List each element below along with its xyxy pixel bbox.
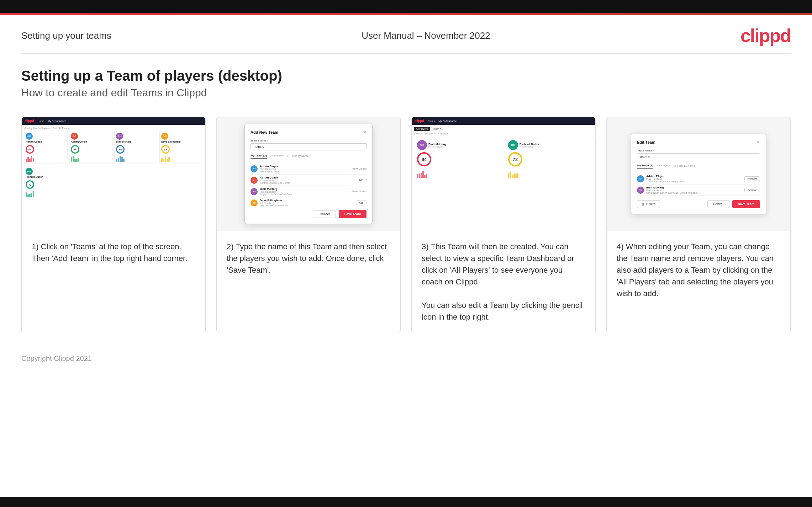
top-bar [0, 0, 812, 13]
mock-player-club-ac: 1.5 HandicapCentral London Golf Centre [260, 179, 290, 184]
mock-edit-player-list: AP Adrian Player Plus HandicapThe Shire … [637, 173, 760, 196]
card-3-screenshot: clippd Teams My Performance All Players … [412, 117, 595, 231]
mock-bar [31, 156, 32, 162]
mock-edit-tab-allplayers[interactable]: All Players [657, 164, 670, 169]
bottom-bar [0, 497, 812, 507]
mock-bar [517, 173, 518, 178]
mock-delete-btn[interactable]: 🗑 Delete [637, 200, 660, 208]
mock-big-hcp-1: Plus Handicap [428, 146, 446, 148]
mock-edit-dialog-title: Edit Team [637, 140, 655, 144]
mock-player-details-db: Dave Billingham 1.5 HandicapThe Dog Maji… [260, 199, 289, 206]
mock-player-row-ap: AP Adrian Player Plus HandicapThe Shire … [251, 163, 367, 175]
filter-checkbox-icon: ☐ [287, 155, 289, 158]
mock-bar [163, 159, 164, 162]
mock-player-info-db: DB Dave Billingham 1.5 HandicapThe Dog M… [251, 199, 289, 206]
mock-team-dash: clippd Teams My Performance All Players … [412, 117, 595, 231]
mock-big-avatar-1: BM [417, 140, 427, 150]
mock-bar [426, 174, 427, 178]
mock-bar [515, 174, 517, 178]
mock-dialog-title: Add New Team [251, 130, 278, 134]
mock-player-avatar-bm: BM [251, 188, 258, 195]
mock-dash-body: All Players Team A Viewing 2 players fro… [412, 125, 595, 183]
mock-remove-btn-ap[interactable]: Remove [744, 176, 760, 181]
mock-edit-player-details-bm: Blair McHarg Plus HandicapRoyal North De… [646, 186, 697, 194]
mock-player-card-5: RB Richard Butler 72 [24, 166, 52, 199]
mock-player-avatar-db: DB [251, 199, 258, 206]
mock-edit-avatar-ap: AP [637, 175, 644, 182]
mock-name-ap: Adrian Coliba [26, 140, 42, 143]
card-3-text: 3) This Team will then be created. You c… [412, 231, 595, 333]
mock-name-rb: Richard Butler [26, 176, 43, 178]
page-title: Setting up a Team of players (desktop) [21, 68, 791, 84]
mock-nav-logo: clippd [25, 119, 34, 123]
mock-nav-home: Home [38, 120, 44, 122]
card-1-text: 1) Click on 'Teams' at the top of the sc… [22, 231, 205, 333]
card-3-text-content: 3) This Team will then be created. You c… [422, 242, 583, 321]
mock-score-2: 0 [71, 145, 79, 154]
clippd-logo: clippd [740, 25, 791, 46]
mock-dialog-edit: Edit Team ✕ Team Name * Team A My Team (… [631, 134, 766, 214]
mock-remove-btn-bm[interactable]: Remove [744, 188, 760, 192]
footer: Copyright Clippd 2021 [0, 347, 812, 370]
mock-edit-player-row-bm: BM Blair McHarg Plus HandicapRoyal North… [637, 185, 760, 196]
mock-edit-player-club-ap: Plus HandicapThe Shire London, United Ki… [646, 178, 685, 183]
mock-bar [116, 159, 117, 162]
mock-bar [26, 192, 27, 197]
mock-big-score-2: 72 [508, 152, 522, 166]
mock-player-info-bm: BM Blair McHarg Plus HandicapRoyal North… [251, 187, 292, 196]
mock-bar [417, 174, 418, 178]
mock-bar [76, 159, 78, 162]
mock-tab-myteam[interactable]: My Team (2) [251, 154, 267, 159]
mock-edit-tab-myteam[interactable]: My Team (2) [637, 164, 653, 169]
card-2: Add New Team ✕ Team Name * Team A My Tea… [216, 117, 401, 333]
mock-player-name-bm: Blair McHarg [260, 187, 292, 191]
mock-save-btn-edit[interactable]: Save Team [732, 200, 760, 208]
mock-team-name-input[interactable]: Team A [251, 143, 367, 150]
mock-tab-allplayers[interactable]: All Players [270, 154, 284, 159]
mock-cancel-btn-add[interactable]: Cancel [314, 210, 336, 218]
mock-nav-1: clippd Home My Performance [22, 117, 205, 125]
mock-save-btn-add[interactable]: Save Team [339, 210, 367, 218]
mock-big-card-header-2: RB Richard Butler Plus Handicap [508, 140, 590, 150]
mock-big-name-1: Blair McHarg [428, 143, 446, 146]
mock-avatar-ap: AP [26, 133, 33, 140]
mock-player-row-ac: AC Adrian Coliba 1.5 HandicapCentral Lon… [251, 175, 367, 186]
mock-chart-2 [71, 155, 79, 162]
page-title-section: Setting up a Team of players (desktop) H… [0, 54, 812, 110]
cards-container: clippd Home My Performance Viewing 6 out… [0, 110, 812, 347]
card-3: clippd Teams My Performance All Players … [411, 117, 596, 333]
card-1-screenshot: clippd Home My Performance Viewing 6 out… [22, 117, 205, 231]
mock-player-row-db: DB Dave Billingham 1.5 HandicapThe Dog M… [251, 197, 367, 206]
mock-bar [419, 174, 420, 178]
mock-player-details-bm: Blair McHarg Plus HandicapRoyal North De… [260, 187, 292, 196]
mock-bar [513, 174, 515, 178]
mock-dash-tab-all: All Players [414, 127, 430, 131]
mock-tab-filter[interactable]: ☐ Filter by name [287, 154, 309, 159]
mock-nav-teams-3: Teams [428, 120, 435, 122]
trash-icon: 🗑 [642, 202, 645, 206]
mock-chart-4 [161, 155, 170, 162]
header-manual-title: User Manual – November 2022 [362, 30, 490, 41]
mock-add-btn-ac[interactable]: Add [356, 178, 367, 182]
mock-status-bm: Player Added [352, 190, 367, 193]
mock-edit-player-details-ap: Adrian Player Plus HandicapThe Shire Lon… [646, 175, 685, 183]
filter-checkbox-icon-edit: ☐ [674, 165, 676, 167]
mock-cancel-btn-edit[interactable]: Cancel [707, 200, 729, 208]
mock-edit-player-club-bm: Plus HandicapRoyal North Devon Golf Club… [646, 189, 697, 194]
mock-player-card-3: BM Blair McHarg 94 [114, 131, 158, 164]
mock-edit-team-name-input[interactable]: Team A [637, 153, 760, 160]
mock-big-hcp-2: Plus Handicap [520, 146, 539, 148]
mock-add-btn-db[interactable]: Add [356, 201, 367, 205]
mock-player-row-2: RB Richard Butler 72 [24, 166, 203, 199]
mock-big-avatar-2: RB [508, 140, 518, 150]
mock-score-5: 72 [26, 180, 34, 189]
mock-player-card-1: AP Adrian Coliba 84 [24, 131, 68, 164]
mock-score-3: 94 [116, 145, 125, 154]
footer-copyright: Copyright Clippd 2021 [21, 354, 92, 362]
mock-player-club-db: 1.5 HandicapThe Dog Majing Golf Club [260, 202, 289, 206]
mock-edit-tab-filter[interactable]: ☐ Filter by name [674, 164, 695, 169]
mock-player-info-ap: AP Adrian Player Plus HandicapThe Shire … [251, 165, 280, 173]
mock-chart-1 [26, 155, 34, 162]
header: Setting up your teams User Manual – Nove… [0, 15, 812, 53]
mock-bar [118, 158, 119, 162]
